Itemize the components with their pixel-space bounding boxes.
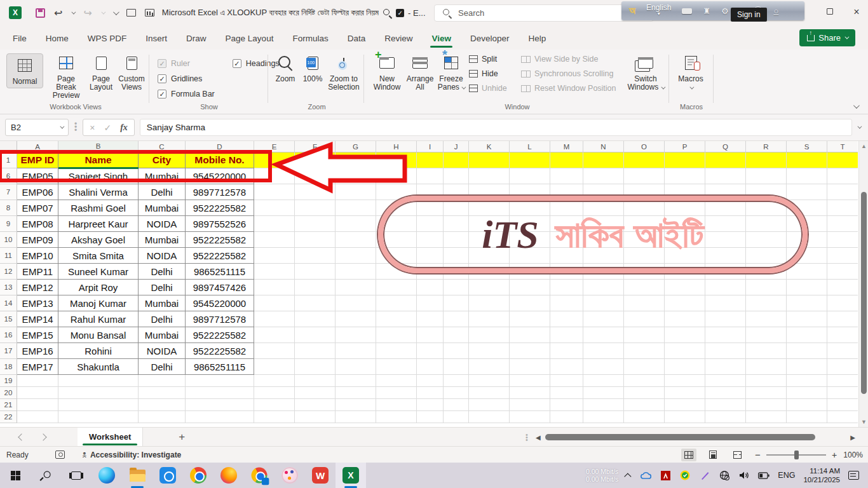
cell[interactable] (787, 152, 827, 168)
ribbon-tab[interactable]: File (11, 28, 28, 48)
cell[interactable] (186, 375, 254, 387)
column-header[interactable]: T (827, 141, 858, 152)
excel-app-icon[interactable]: X (9, 6, 22, 19)
cell[interactable] (827, 343, 858, 359)
cell[interactable] (417, 280, 444, 295)
arrange-all-button[interactable]: Arrange All (404, 53, 436, 92)
cell[interactable] (254, 411, 295, 423)
avro-bengali-icon[interactable]: অ (629, 5, 635, 17)
tray-expand-icon[interactable] (625, 473, 632, 480)
cell[interactable] (417, 411, 444, 423)
cell[interactable] (376, 295, 417, 311)
cell[interactable]: Shakuntla (58, 359, 139, 375)
cell[interactable] (827, 232, 858, 248)
cell[interactable] (469, 327, 510, 343)
ribbon-tab[interactable]: Home (44, 28, 70, 48)
battery-icon[interactable] (758, 470, 770, 481)
cell[interactable] (746, 359, 787, 375)
tab-bar-divider[interactable]: ••• (526, 433, 528, 441)
cell[interactable] (510, 327, 550, 343)
cell[interactable] (295, 232, 336, 248)
cell[interactable] (624, 311, 665, 327)
cell[interactable] (469, 399, 510, 411)
cell[interactable] (336, 399, 376, 411)
cell[interactable]: Rahul Kumar (58, 311, 139, 327)
cell[interactable] (336, 375, 376, 387)
cell[interactable]: EMP13 (17, 295, 58, 311)
undo-button[interactable]: ↩ (54, 7, 62, 19)
cell[interactable] (58, 399, 139, 411)
cell[interactable] (550, 411, 583, 423)
row-header[interactable]: 15 (0, 311, 17, 327)
row-header[interactable]: 10 (0, 232, 17, 248)
next-sheet-icon[interactable] (39, 433, 46, 440)
cell[interactable]: Mumbai (139, 232, 186, 248)
cell[interactable] (295, 311, 336, 327)
cell[interactable]: Mumbai (139, 200, 186, 216)
normal-view-button[interactable]: Normal (6, 53, 43, 88)
cell[interactable] (376, 280, 417, 295)
cell[interactable] (295, 200, 336, 216)
cell[interactable] (827, 184, 858, 200)
row-header[interactable]: 8 (0, 200, 17, 216)
insert-function-icon[interactable]: fx (120, 123, 128, 133)
cell[interactable] (336, 264, 376, 280)
cell[interactable] (746, 295, 787, 311)
row-header[interactable]: 21 (0, 399, 17, 411)
cell[interactable] (444, 152, 469, 168)
cell[interactable] (336, 311, 376, 327)
cell[interactable] (665, 411, 705, 423)
save-icon[interactable] (36, 8, 45, 18)
cell[interactable] (583, 327, 624, 343)
row-header[interactable]: 9 (0, 216, 17, 232)
taskbar-edge[interactable] (92, 463, 122, 488)
cell[interactable]: 9522225582 (186, 200, 254, 216)
cell[interactable] (705, 327, 746, 343)
cell[interactable] (550, 280, 583, 295)
ribbon-tab[interactable]: Help (527, 28, 548, 48)
cell[interactable] (469, 343, 510, 359)
cell[interactable]: Shalini Verma (58, 184, 139, 200)
cell[interactable] (827, 411, 858, 423)
cell[interactable] (705, 411, 746, 423)
cell[interactable]: Mumbai (139, 327, 186, 343)
ribbon-tab[interactable]: Insert (144, 28, 168, 48)
cell[interactable] (510, 168, 550, 184)
taskbar-wps-office[interactable] (305, 463, 336, 488)
row-header[interactable]: 12 (0, 264, 17, 280)
cell[interactable]: 9545220000 (186, 295, 254, 311)
macros-button[interactable]: Macros (675, 53, 707, 92)
cell[interactable] (444, 375, 469, 387)
cell[interactable] (624, 399, 665, 411)
cell[interactable]: Manoj Kumar (58, 295, 139, 311)
cell[interactable] (583, 387, 624, 399)
avro-keyboard-toolbar[interactable]: অ English▾ ♜ ⚙ e ? ○ (621, 1, 804, 20)
cell[interactable] (254, 264, 295, 280)
new-window-button[interactable]: New Window (371, 53, 403, 92)
show-checkbox[interactable]: ✓ Ruler (158, 56, 215, 71)
cell[interactable] (444, 168, 469, 184)
cell[interactable] (254, 399, 295, 411)
cell[interactable] (295, 387, 336, 399)
zoom-out-button[interactable]: − (755, 449, 761, 460)
cell[interactable] (469, 411, 510, 423)
cell[interactable] (787, 311, 827, 327)
cell[interactable] (510, 295, 550, 311)
cell[interactable] (58, 411, 139, 423)
vertical-scroll-thumb[interactable] (861, 192, 867, 394)
zoom-to-selection-button[interactable]: Zoom to Selection (327, 53, 361, 92)
prev-sheet-icon[interactable] (18, 433, 25, 440)
cell[interactable] (624, 343, 665, 359)
confirm-entry-icon[interactable]: ✓ (104, 123, 111, 133)
cell[interactable] (254, 216, 295, 232)
cell[interactable] (787, 399, 827, 411)
cell[interactable] (336, 327, 376, 343)
cell[interactable]: 9897457426 (186, 280, 254, 295)
switch-windows-button[interactable]: Switch Windows (627, 53, 665, 92)
sign-in-button[interactable]: Sign in (731, 8, 767, 22)
cell[interactable] (444, 399, 469, 411)
cell[interactable]: EMP17 (17, 359, 58, 375)
zoom-level[interactable]: 100% (843, 451, 863, 459)
cell[interactable] (583, 399, 624, 411)
cell[interactable] (295, 411, 336, 423)
